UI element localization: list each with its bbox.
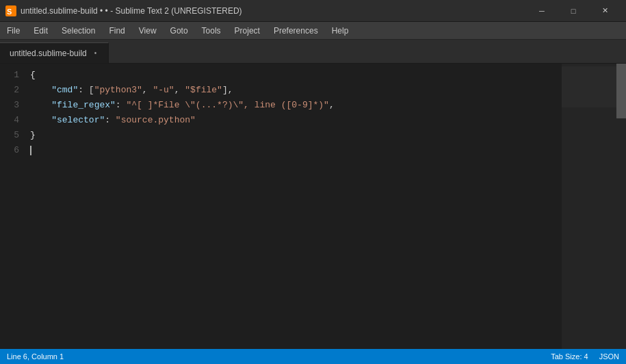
status-right: Tab Size: 4 JSON <box>551 352 619 361</box>
window-controls: ─ □ ✕ <box>526 0 621 22</box>
code-line-3: "file_regex": "^[ ]*File \"(...*?)\", li… <box>27 98 616 113</box>
code-area[interactable]: { "cmd": ["python3", "-u", "$file"], "fi… <box>27 64 616 349</box>
line-number: 3 <box>11 98 19 113</box>
menu-preferences[interactable]: Preferences <box>267 22 325 39</box>
menu-goto[interactable]: Goto <box>164 22 195 39</box>
line-number: 5 <box>11 128 19 143</box>
menu-help[interactable]: Help <box>325 22 356 39</box>
line-number: 6 <box>11 143 19 158</box>
line-number: 2 <box>11 83 19 98</box>
menu-selection[interactable]: Selection <box>55 22 102 39</box>
status-tab-size[interactable]: Tab Size: 4 <box>551 352 588 361</box>
close-button[interactable]: ✕ <box>589 0 621 22</box>
editor-container: 1 2 3 4 5 6 { "cmd": ["python3", "-u", "… <box>0 64 626 349</box>
maximize-button[interactable]: □ <box>558 0 589 22</box>
code-line-4: "selector": "source.python" <box>27 113 616 128</box>
status-position: Line 6, Column 1 <box>7 352 64 361</box>
title-bar: S untitled.sublime-build • • - Sublime T… <box>0 0 626 22</box>
menu-view[interactable]: View <box>132 22 164 39</box>
tab-close-button[interactable]: • <box>92 49 99 57</box>
scrollbar-track[interactable] <box>616 64 626 349</box>
menu-bar: File Edit Selection Find View Goto Tools… <box>0 22 626 40</box>
menu-edit[interactable]: Edit <box>27 22 55 39</box>
menu-file[interactable]: File <box>0 22 27 39</box>
editor-tab[interactable]: untitled.sublime-build • <box>0 42 109 63</box>
scrollbar-thumb[interactable] <box>616 64 626 118</box>
status-bar: Line 6, Column 1 Tab Size: 4 JSON <box>0 349 626 364</box>
code-line-6 <box>27 143 616 158</box>
line-number: 1 <box>11 68 19 83</box>
line-number: 4 <box>11 113 19 128</box>
menu-project[interactable]: Project <box>228 22 267 39</box>
window-title: untitled.sublime-build • • - Sublime Tex… <box>21 6 522 16</box>
minimize-button[interactable]: ─ <box>526 0 558 22</box>
code-line-2: "cmd": ["python3", "-u", "$file"], <box>27 83 616 98</box>
code-line-1: { <box>27 68 616 83</box>
menu-find[interactable]: Find <box>102 22 131 39</box>
app-icon: S <box>5 5 16 16</box>
tab-bar: untitled.sublime-build • <box>0 40 626 64</box>
menu-tools[interactable]: Tools <box>195 22 228 39</box>
svg-text:S: S <box>7 8 12 16</box>
line-numbers: 1 2 3 4 5 6 <box>0 64 27 349</box>
status-syntax[interactable]: JSON <box>599 352 619 361</box>
code-line-5: } <box>27 128 616 143</box>
tab-filename: untitled.sublime-build <box>10 49 87 58</box>
